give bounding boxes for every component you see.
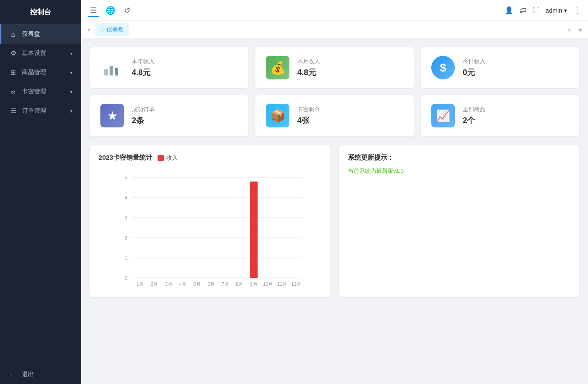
chevron-down-icon: ▾ <box>70 70 72 75</box>
chart-title: 2023卡密销量统计 <box>99 154 152 162</box>
monthly-revenue-label: 本月收入 <box>297 58 320 65</box>
tab-next-button[interactable]: » <box>565 26 574 33</box>
all-products-icon: 📈 <box>431 104 455 127</box>
sidebar-item-label: 基本设置 <box>22 49 46 57</box>
monthly-revenue-value: 4.8元 <box>297 67 320 78</box>
legend-dot <box>158 155 164 161</box>
stat-card-success-orders: ★ 成功订单 2条 <box>90 95 248 136</box>
svg-text:9月: 9月 <box>250 281 258 287</box>
bottom-section: 2023卡密销量统计 收入 <box>90 145 579 297</box>
tab-expand-button[interactable]: ▾ <box>576 26 585 33</box>
dashboard-icon: ⌂ <box>9 31 17 38</box>
svg-text:6月: 6月 <box>207 281 215 287</box>
cards-icon: ∞ <box>9 88 17 96</box>
admin-button[interactable]: admin ▾ <box>546 7 567 14</box>
legend-label: 收入 <box>166 154 178 162</box>
bar-chart-svg: 5 4 3 2 1 0 <box>99 169 322 287</box>
success-orders-icon: ★ <box>100 104 124 127</box>
card-remain-value: 4张 <box>297 115 320 126</box>
bag-icon: 💰 <box>270 61 285 75</box>
sidebar-item-settings[interactable]: ⚙ 基本设置 ▾ <box>0 44 81 63</box>
svg-text:5月: 5月 <box>193 281 201 287</box>
annual-revenue-label: 本年收入 <box>132 58 155 65</box>
svg-text:3: 3 <box>124 215 127 220</box>
sidebar-item-label: 订单管理 <box>22 107 46 115</box>
card-remain-icon: 📦 <box>266 104 289 127</box>
today-revenue-label: 今日收入 <box>463 58 485 65</box>
system-update-panel: 系统更新提示： 当前系统为最新版v1.3 <box>339 145 580 297</box>
sidebar-item-logout[interactable]: ← 退出 <box>0 365 81 384</box>
sidebar-item-dashboard[interactable]: ⌂ 仪表盘 <box>0 24 81 44</box>
svg-text:1月: 1月 <box>137 281 144 287</box>
globe-icon[interactable]: 🌐 <box>104 4 117 17</box>
trend-icon: 📈 <box>436 109 450 123</box>
tab-nav: « ⌂ 仪表盘 » ▾ <box>81 21 588 38</box>
today-revenue-icon: $ <box>431 56 455 79</box>
admin-arrow-icon: ▾ <box>564 7 567 14</box>
svg-text:7月: 7月 <box>222 281 229 287</box>
stat-text-remain: 卡密剩余 4张 <box>297 106 320 126</box>
annual-revenue-value: 4.8元 <box>132 67 155 78</box>
all-products-label: 全部商品 <box>463 106 485 113</box>
monthly-revenue-icon: 💰 <box>266 56 289 79</box>
tab-nav-right: » ▾ <box>565 26 585 33</box>
tag-icon[interactable]: 🏷 <box>519 7 526 14</box>
tab-prev-button[interactable]: « <box>85 26 93 33</box>
settings-icon: ⚙ <box>9 49 17 57</box>
chart-area: 2023卡密销量统计 收入 <box>90 145 330 297</box>
box-icon: 📦 <box>270 109 285 123</box>
stat-text-orders: 成功订单 2条 <box>132 106 155 126</box>
svg-rect-23 <box>250 182 258 278</box>
svg-text:12月: 12月 <box>291 281 301 287</box>
stat-card-monthly-revenue: 💰 本月收入 4.8元 <box>255 47 414 88</box>
chevron-down-icon: ▾ <box>70 51 72 56</box>
star-icon: ★ <box>107 109 118 123</box>
stat-card-all-products: 📈 全部商品 2个 <box>421 95 579 136</box>
svg-text:1: 1 <box>124 255 127 261</box>
sidebar-item-label: 卡密管理 <box>22 88 46 96</box>
content-area: 本年收入 4.8元 💰 本月收入 4.8元 $ <box>81 38 588 384</box>
tab-dashboard[interactable]: ⌂ 仪表盘 <box>95 23 129 36</box>
svg-text:3月: 3月 <box>165 281 172 287</box>
system-update-title: 系统更新提示： <box>348 154 571 162</box>
success-orders-label: 成功订单 <box>132 106 155 113</box>
dollar-icon: $ <box>440 61 446 75</box>
sidebar-item-label: 商品管理 <box>22 69 46 76</box>
sidebar-title: 控制台 <box>0 0 81 24</box>
products-icon: ⊞ <box>9 69 17 76</box>
fullscreen-icon[interactable]: ⛶ <box>533 7 540 14</box>
sidebar: 控制台 ⌂ 仪表盘 ⚙ 基本设置 ▾ ⊞ 商品管理 ▾ ∞ 卡密管理 ▾ ☰ 订… <box>0 0 81 384</box>
stat-text-monthly: 本月收入 4.8元 <box>297 58 320 78</box>
svg-text:8月: 8月 <box>236 281 243 287</box>
user-circle-icon[interactable]: 👤 <box>505 6 513 14</box>
chart-legend: 收入 <box>158 154 178 162</box>
chevron-down-icon: ▾ <box>70 89 72 94</box>
sidebar-item-cards[interactable]: ∞ 卡密管理 ▾ <box>0 82 81 101</box>
menu-icon[interactable]: ☰ <box>88 4 99 17</box>
sidebar-item-label: 退出 <box>22 370 34 378</box>
svg-text:10月: 10月 <box>263 281 273 287</box>
annual-revenue-icon <box>100 56 124 79</box>
sidebar-item-products[interactable]: ⊞ 商品管理 ▾ <box>0 63 81 82</box>
svg-rect-2 <box>115 68 118 75</box>
more-icon[interactable]: ⋮ <box>573 6 581 15</box>
logout-icon: ← <box>9 371 17 378</box>
sidebar-item-label: 仪表盘 <box>22 30 40 38</box>
success-orders-value: 2条 <box>132 115 155 126</box>
system-update-message: 当前系统为最新版v1.3 <box>348 167 571 175</box>
stat-text-today: 今日收入 0元 <box>463 58 485 78</box>
chevron-down-icon: ▾ <box>70 109 72 113</box>
all-products-value: 2个 <box>463 115 485 126</box>
svg-text:4月: 4月 <box>179 281 186 287</box>
svg-text:2: 2 <box>124 235 127 240</box>
sidebar-item-orders[interactable]: ☰ 订单管理 ▾ <box>0 101 81 120</box>
admin-label: admin <box>546 7 562 14</box>
today-revenue-value: 0元 <box>463 67 485 78</box>
topbar: ☰ 🌐 ↺ 👤 🏷 ⛶ admin ▾ ⋮ <box>81 0 588 21</box>
stat-cards: 本年收入 4.8元 💰 本月收入 4.8元 $ <box>90 47 579 136</box>
stat-text-annual: 本年收入 4.8元 <box>132 58 155 78</box>
tab-dashboard-label: 仪表盘 <box>107 26 124 34</box>
main-area: ☰ 🌐 ↺ 👤 🏷 ⛶ admin ▾ ⋮ « ⌂ 仪表盘 » ▾ <box>81 0 588 384</box>
stat-card-card-remain: 📦 卡密剩余 4张 <box>255 95 414 136</box>
refresh-icon[interactable]: ↺ <box>122 4 132 17</box>
